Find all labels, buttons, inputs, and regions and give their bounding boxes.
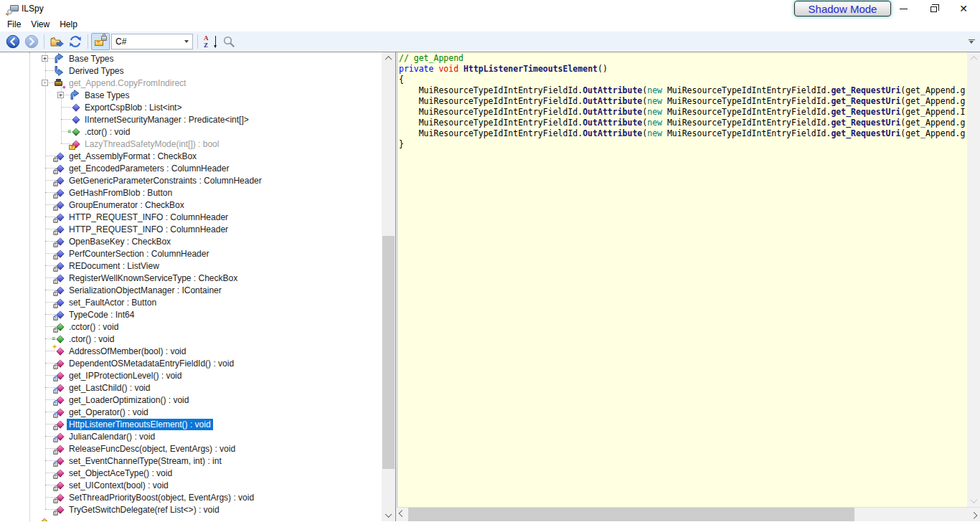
back-icon xyxy=(6,34,20,49)
code-line: MuiResourceTypeIdIntEntryFieldId.OutAttr… xyxy=(399,107,967,118)
tree-item[interactable]: +Base Types xyxy=(0,89,382,101)
tree-item[interactable]: ReleaseFuncDesc(object, EventArgs) : voi… xyxy=(0,442,382,455)
tree-item[interactable]: ✦AddressOfMember(bool) : void xyxy=(0,345,382,357)
tree-item[interactable]: JulianCalendar() : void xyxy=(0,430,382,442)
scroll-up-arrow[interactable] xyxy=(382,52,395,65)
assembly-tree[interactable]: +Base TypesDerived Types-✦get_Append.Cop… xyxy=(0,52,382,521)
tree-item[interactable]: GroupEnumerator : CheckBox xyxy=(0,199,382,211)
tree-scrollbar-thumb[interactable] xyxy=(382,236,395,469)
tree-item-label: TryGetSwitchDelegate(ref List<>) : void xyxy=(67,504,222,516)
field-lock-icon xyxy=(53,199,65,211)
method-lock-blue-icon xyxy=(53,431,65,442)
tree-item[interactable]: PerfCounterSection : ColumnHeader xyxy=(0,247,382,260)
toolbar-separator xyxy=(88,34,88,49)
tree-item[interactable]: REDocument : ListView xyxy=(0,260,382,272)
close-button[interactable]: ✕ xyxy=(948,0,979,17)
tree-item[interactable]: GetGenericParameterConstraints : ColumnH… xyxy=(0,174,382,186)
tree-item[interactable]: get_LastChild() : void xyxy=(0,381,382,394)
scroll-right-arrow[interactable] xyxy=(968,508,980,521)
tree-item-label: LazyThreadSafetyMode(int[]) : bool xyxy=(83,138,221,150)
tree-item[interactable]: ExportCspBlob : List<int> xyxy=(0,101,382,113)
collapse-icon[interactable]: - xyxy=(42,80,48,86)
code-vertical-scrollbar[interactable] xyxy=(967,52,980,507)
tree-item[interactable]: OpenBaseKey : CheckBox xyxy=(0,235,382,247)
tree-item[interactable]: set_FaultActor : Button xyxy=(0,296,382,308)
scroll-left-arrow[interactable] xyxy=(396,508,408,521)
expand-icon[interactable]: + xyxy=(42,55,48,62)
code-editor[interactable]: // get_Appendprivate void HttpListenerTi… xyxy=(399,53,967,507)
scroll-down-arrow[interactable] xyxy=(967,495,980,507)
method-lock-icon xyxy=(53,492,65,503)
minimize-button[interactable] xyxy=(888,0,918,17)
decompiled-code-panel[interactable]: // get_Appendprivate void HttpListenerTi… xyxy=(395,52,980,521)
tree-item[interactable]: set_UIContext(bool) : void xyxy=(0,479,382,491)
menu-view[interactable]: View xyxy=(26,18,55,31)
tree-item[interactable]: get_EncodedParameters : ColumnHeader xyxy=(0,162,382,174)
tree-item[interactable]: get_Operator() : void xyxy=(0,406,382,418)
search-button[interactable] xyxy=(220,33,238,50)
tree-item[interactable]: TypeCode : Int64 xyxy=(0,308,382,321)
open-button[interactable] xyxy=(47,33,66,50)
tree-item[interactable]: .cctor() : void xyxy=(0,321,382,333)
shadow-mode-button[interactable]: Shadow Mode xyxy=(794,1,891,16)
base-types-arrow-up-icon xyxy=(69,90,80,101)
field-lock-icon xyxy=(53,272,65,284)
method-lock-blue-icon xyxy=(53,370,65,381)
tree-item[interactable]: SerializationObjectManager : IContainer xyxy=(0,284,382,296)
tree-item[interactable]: ≡.ctor() : void xyxy=(0,125,382,138)
restore-button[interactable] xyxy=(918,0,948,17)
forward-button[interactable] xyxy=(22,33,41,50)
tree-item[interactable] xyxy=(0,516,382,521)
tree-item[interactable]: LazyThreadSafetyMode(int[]) : bool xyxy=(0,138,382,150)
tree-item[interactable]: get_IPProtectionLevel() : void xyxy=(0,369,382,381)
tree-item[interactable]: +Base Types xyxy=(0,52,382,65)
field-lock-icon xyxy=(53,187,65,199)
tree-item[interactable]: get_LoaderOptimization() : void xyxy=(0,394,382,406)
toolbar-overflow-button[interactable] xyxy=(966,35,976,48)
tree-item[interactable]: HTTP_REQUEST_INFO : ColumnHeader xyxy=(0,211,382,223)
menu-help[interactable]: Help xyxy=(55,18,83,31)
back-button[interactable] xyxy=(4,33,22,50)
tree-item[interactable]: Derived Types xyxy=(0,65,382,77)
tree-item[interactable]: TryGetSwitchDelegate(ref List<>) : void xyxy=(0,503,382,516)
tree-item[interactable]: HttpListenerTimeoutsElement() : void xyxy=(0,418,382,430)
tree-item[interactable]: DependentOSMetadataEntryFieldId() : void xyxy=(0,357,382,369)
tree-item-label: DependentOSMetadataEntryFieldId() : void xyxy=(67,358,236,369)
tree-item-label: IInternetSecurityManager : Predicate<int… xyxy=(83,114,251,125)
tree-item[interactable]: IInternetSecurityManager : Predicate<int… xyxy=(0,113,382,125)
tree-scrollbar[interactable] xyxy=(382,52,395,521)
overflow-icon xyxy=(969,39,975,40)
tree-item[interactable]: SetThreadPriorityBoost(object, EventArgs… xyxy=(0,491,382,503)
method-envelope-icon xyxy=(69,138,80,150)
code-scrollbar-thumb[interactable] xyxy=(408,508,854,521)
ctor-lock-icon xyxy=(53,321,65,333)
tree-item-label: get_LastChild() : void xyxy=(67,382,152,394)
method-lock-blue-icon xyxy=(53,407,65,418)
menu-file[interactable]: File xyxy=(2,18,26,31)
field-lock-icon xyxy=(53,151,65,162)
tree-item[interactable]: RegisterWellKnownServiceType : CheckBox xyxy=(0,272,382,284)
tree-item[interactable]: set_EventChannelType(Stream, int) : int xyxy=(0,455,382,467)
menu-bar: File View Help xyxy=(0,17,980,32)
tree-item[interactable]: HTTP_REQUEST_INFO : ColumnHeader xyxy=(0,223,382,235)
scroll-up-arrow[interactable] xyxy=(967,52,980,65)
sort-alpha-button[interactable]: AZ xyxy=(201,33,220,50)
toolbar: C# AZ xyxy=(0,32,980,52)
tree-item-label: ExportCspBlob : List<int> xyxy=(83,102,184,113)
language-selector[interactable]: C# xyxy=(111,34,193,49)
method-lock-blue-icon xyxy=(53,455,65,467)
refresh-button[interactable] xyxy=(66,33,85,50)
tree-item[interactable]: set_ObjectAceType() : void xyxy=(0,467,382,479)
field-lock-blue-icon xyxy=(53,309,65,321)
scroll-down-arrow[interactable] xyxy=(382,509,395,521)
visibility-toggle-button[interactable] xyxy=(91,33,110,50)
toolbar-separator xyxy=(197,34,198,49)
method-lock-blue-icon xyxy=(53,382,65,394)
expand-icon[interactable]: + xyxy=(57,92,64,98)
tree-item[interactable]: GetHashFromBlob : Button xyxy=(0,186,382,199)
tree-item[interactable]: -✦get_Append.CopyFromIndirect xyxy=(0,77,382,89)
tree-item-label: HTTP_REQUEST_INFO : ColumnHeader xyxy=(67,224,230,235)
code-horizontal-scrollbar[interactable] xyxy=(396,507,980,521)
field-icon xyxy=(69,114,80,125)
tree-item[interactable]: get_AssemblyFormat : CheckBox xyxy=(0,150,382,162)
